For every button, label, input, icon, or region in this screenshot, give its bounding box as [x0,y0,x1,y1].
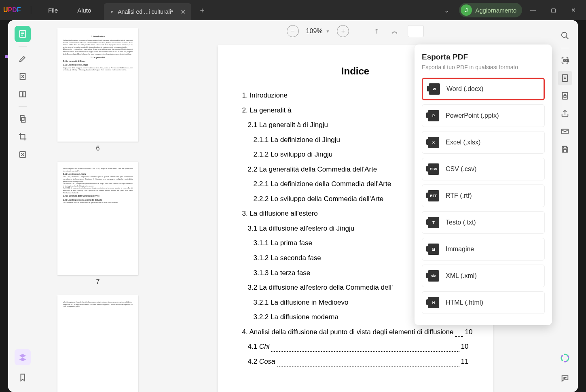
page-layout-button[interactable] [15,86,31,102]
zoom-level[interactable]: 109%▼ [306,28,330,35]
viewer-toolbar: − 109%▼ + ⤒ ︽ [159,20,552,42]
organize-pages-button[interactable] [15,111,31,127]
export-option-word[interactable]: WWord (.docx) [422,78,545,100]
share-icon[interactable] [558,106,572,121]
export-option-label: XML (.xml) [446,272,477,280]
export-option-immagine[interactable]: ◪Immagine [422,238,545,261]
user-label: Aggiornamento [475,7,516,14]
search-icon[interactable] [558,28,572,43]
menu-file[interactable]: File [38,7,68,14]
tab-close-icon[interactable]: ✕ [180,8,186,16]
export-option-xml[interactable]: </>XML (.xml) [422,265,545,287]
redact-button[interactable] [15,146,31,163]
export-option-html[interactable]: HHTML (.html) [422,291,545,314]
prev-page-icon[interactable]: ︽ [389,27,400,36]
titlebar: UPDF File Aiuto ▼ Analisi ed ...i cultur… [0,0,586,20]
zoom-in-button[interactable]: + [337,25,349,37]
comment-icon[interactable] [558,371,572,386]
ai-assistant-icon[interactable] [558,351,572,365]
chevron-down-icon: ▼ [326,29,330,34]
svg-rect-4 [21,116,24,121]
right-toolbar: OCR [552,20,578,392]
email-icon[interactable] [558,124,572,139]
export-option-label: Excel (.xlsx) [446,139,480,146]
file-type-icon: W [429,83,440,95]
export-option-rtf[interactable]: RTFRTF (.rtf) [422,184,545,207]
user-avatar: J [461,4,472,16]
crop-button[interactable] [15,129,31,145]
user-badge[interactable]: J Aggiornamento [459,3,522,17]
highlight-button[interactable] [15,51,31,67]
svg-rect-13 [563,146,566,148]
file-type-icon: ◪ [428,244,439,255]
document-tab[interactable]: ▼ Analisi ed ...i culturali* ✕ [104,3,191,20]
thumbnail-page-number: 7 [53,278,142,286]
svg-point-7 [562,32,567,38]
tabs-chevron-down-icon[interactable]: ⌄ [436,6,457,14]
menu-help[interactable]: Aiuto [68,7,101,14]
file-type-icon: H [428,297,439,308]
page-thumbnail[interactable]: sono composti dal distinto di Pechino. N… [57,162,138,275]
svg-rect-5 [21,117,25,122]
left-toolbar [8,20,37,392]
window-minimize-icon[interactable]: ― [524,4,542,17]
export-option-csv[interactable]: CSVCSV (.csv) [422,158,545,180]
svg-rect-11 [564,95,566,97]
first-page-icon[interactable]: ⤒ [372,28,382,35]
svg-text:OCR: OCR [563,59,569,62]
file-type-icon: T [428,217,439,228]
export-panel-title: Esporta PDF [422,53,545,61]
reader-mode-button[interactable] [15,26,31,42]
page-thumbnail[interactable]: affinità raggiunse il suo livello più al… [57,295,138,392]
svg-rect-3 [23,92,25,97]
file-type-icon: RTF [428,190,439,201]
page-thumbnail[interactable]: 1. Introduzione Dalla globalizzazione ec… [57,28,138,142]
export-option-label: Testo (.txt) [446,219,476,226]
thumbnail-page-number: 6 [53,145,142,152]
export-option-excel[interactable]: XExcel (.xlsx) [422,131,545,154]
save-icon[interactable] [558,142,572,157]
tab-add-icon[interactable]: ＋ [199,5,206,15]
export-panel-subtitle: Esporta il tuo PDF in qualsiasi formato [422,64,545,70]
file-type-icon: CSV [428,163,439,175]
zoom-out-button[interactable]: − [287,25,299,37]
layers-button[interactable] [15,349,31,365]
thumbnail-panel: 1. Introduzione Dalla globalizzazione ec… [37,20,159,392]
file-type-icon: X [428,137,439,148]
export-option-label: Immagine [446,246,474,253]
export-option-label: Word (.docx) [446,85,483,93]
toc-entry: 4.1 Chi10 [248,339,469,354]
tab-title: Analisi ed ...i culturali* [118,8,173,15]
export-option-label: RTF (.rtf) [446,192,472,199]
window-maximize-icon[interactable]: ▢ [544,4,563,17]
bookmark-button[interactable] [15,369,31,386]
export-option-label: PowerPoint (.pptx) [446,112,499,119]
toc-entry: 4.2 Cosa11 [248,354,469,369]
svg-rect-14 [563,150,566,152]
export-option-testo[interactable]: TTesto (.txt) [422,211,545,234]
svg-rect-2 [20,92,22,97]
edit-text-button[interactable] [15,68,31,85]
file-type-icon: P [428,110,439,121]
window-close-icon[interactable]: ✕ [564,4,583,17]
app-logo: UPDF [3,6,23,14]
tab-dropdown-icon[interactable]: ▼ [110,10,114,14]
toc-entry: 4. Analisi della diffusione dal punto di… [242,325,469,340]
export-panel: Esporta PDF Esporta il tuo PDF in qualsi… [415,44,552,325]
export-option-powerpoint[interactable]: PPowerPoint (.pptx) [422,104,545,127]
protect-icon[interactable] [558,89,572,103]
file-type-icon: </> [428,270,439,282]
export-option-label: HTML (.html) [446,299,483,306]
export-icon[interactable] [558,71,572,85]
side-indicator-dot [5,55,8,58]
page-number-input[interactable] [408,25,424,37]
export-option-label: CSV (.csv) [446,165,476,173]
ocr-icon[interactable]: OCR [558,53,572,68]
